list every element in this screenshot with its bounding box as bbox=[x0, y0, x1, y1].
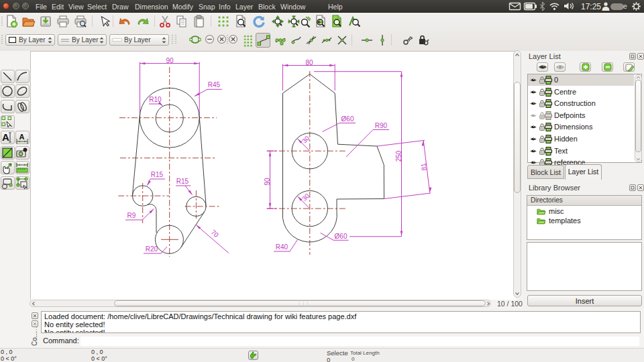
svg-text:R15: R15 bbox=[176, 178, 189, 185]
svg-text:R40: R40 bbox=[276, 243, 288, 251]
svg-text:81: 81 bbox=[419, 162, 427, 171]
svg-text:250: 250 bbox=[395, 150, 402, 162]
svg-text:Ø60: Ø60 bbox=[341, 115, 354, 123]
svg-text:90: 90 bbox=[264, 178, 271, 186]
svg-text:R9: R9 bbox=[127, 212, 136, 219]
svg-text:R90: R90 bbox=[375, 122, 388, 129]
svg-text:80: 80 bbox=[305, 59, 313, 66]
svg-text:R15: R15 bbox=[151, 171, 164, 178]
svg-text:R45: R45 bbox=[208, 81, 221, 88]
svg-text:70: 70 bbox=[209, 229, 220, 239]
svg-text:Ø60: Ø60 bbox=[335, 233, 347, 240]
svg-text:90: 90 bbox=[166, 57, 174, 64]
svg-text:R20: R20 bbox=[146, 245, 158, 253]
